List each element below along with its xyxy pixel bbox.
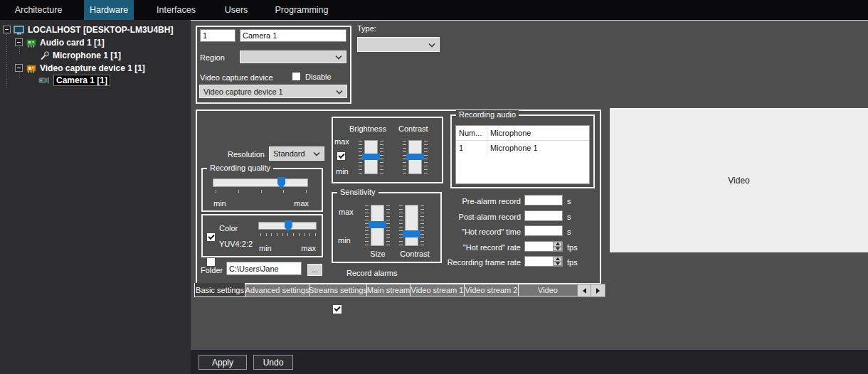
tab-scroll-right-button[interactable] bbox=[591, 284, 605, 297]
tab-basic-settings[interactable]: Basic settings bbox=[194, 283, 245, 297]
video-capture-device-select[interactable]: Video capture device 1 bbox=[199, 85, 347, 98]
recording-frame-rate-spinner bbox=[553, 257, 562, 266]
expander-audio-card[interactable] bbox=[15, 38, 23, 46]
region-label: Region bbox=[200, 53, 231, 63]
brightness-slider-track[interactable] bbox=[364, 140, 378, 174]
column-header-microphone[interactable]: Microphone bbox=[487, 126, 589, 140]
hot-record-rate-label: "Hot record" rate bbox=[441, 242, 521, 252]
microphone-icon bbox=[40, 51, 50, 60]
folder-label: Folder bbox=[201, 265, 225, 275]
top-tab-bar: Architecture Hardware Interfaces Users P… bbox=[0, 0, 868, 20]
resolution-value: Standard bbox=[273, 149, 305, 158]
folder-input[interactable] bbox=[226, 262, 302, 275]
browse-button[interactable]: ... bbox=[307, 264, 322, 276]
tick-marks bbox=[260, 233, 316, 236]
tab-video[interactable]: Video bbox=[518, 284, 578, 296]
resolution-label: Resolution bbox=[211, 149, 265, 159]
video-capture-device-value: Video capture device 1 bbox=[203, 87, 283, 96]
tab-scroll-left-button[interactable] bbox=[577, 284, 592, 297]
spin-down-button[interactable] bbox=[553, 247, 562, 252]
tab-main-stream[interactable]: Main stream bbox=[366, 284, 411, 296]
contrast-slider-track[interactable] bbox=[408, 140, 422, 174]
tab-advanced-settings[interactable]: Advanced settings bbox=[245, 284, 309, 296]
tab-video-stream-2[interactable]: Video stream 2 bbox=[464, 284, 519, 296]
contrast-slider-thumb[interactable] bbox=[406, 154, 424, 160]
apply-button[interactable]: Apply bbox=[199, 355, 247, 370]
recording-quality-slider-track[interactable] bbox=[213, 178, 308, 187]
arrow-right-icon bbox=[596, 288, 600, 294]
computer-icon bbox=[14, 26, 25, 35]
expander-video-device[interactable] bbox=[15, 64, 23, 72]
tree-connector bbox=[6, 34, 7, 88]
camera-name-input[interactable] bbox=[240, 29, 346, 42]
size-slider-track[interactable] bbox=[371, 205, 384, 246]
contrast-label: Contrast bbox=[398, 124, 434, 134]
type-label: Type: bbox=[357, 23, 400, 33]
tick-marks bbox=[420, 205, 424, 245]
recording-quality-min-label: min bbox=[213, 198, 235, 208]
type-select[interactable] bbox=[357, 37, 440, 52]
tree-item-audio-card[interactable]: Audio card 1 [1] bbox=[26, 37, 105, 48]
tick-marks bbox=[380, 141, 383, 173]
cell-num: 1 bbox=[456, 141, 487, 155]
post-alarm-record-input[interactable] bbox=[524, 210, 563, 221]
brightness-checkbox[interactable] bbox=[337, 151, 346, 161]
tab-interfaces[interactable]: Interfaces bbox=[146, 0, 206, 20]
tree-item-localhost[interactable]: LOCALHOST [DESKTOP-LM3U4BH] bbox=[14, 24, 173, 36]
tree-connector bbox=[19, 47, 20, 54]
tree-item-camera[interactable]: Camera 1 [1] bbox=[38, 75, 110, 86]
hot-record-time-input[interactable] bbox=[524, 225, 563, 236]
tab-programming[interactable]: Programming bbox=[267, 0, 337, 20]
video-device-icon bbox=[26, 64, 37, 73]
record-alarms-checkbox[interactable] bbox=[332, 304, 342, 314]
brightness-slider-thumb[interactable] bbox=[362, 154, 380, 160]
color-min-label: min bbox=[259, 243, 276, 252]
recording-audio-legend: Recording audio bbox=[456, 110, 519, 119]
expander-localhost[interactable] bbox=[3, 26, 11, 33]
tab-users[interactable]: Users bbox=[216, 0, 257, 20]
recording-audio-table: Num... Microphone 1 Microphone 1 bbox=[455, 125, 590, 184]
column-header-num[interactable]: Num... bbox=[456, 126, 487, 140]
record-alarms-label: Record alarms bbox=[346, 268, 411, 278]
pre-alarm-record-input[interactable] bbox=[524, 195, 563, 205]
tick-marks bbox=[399, 205, 403, 245]
tab-video-stream-1[interactable]: Video stream 1 bbox=[410, 284, 465, 296]
video-preview-panel: Video bbox=[610, 108, 868, 252]
tab-architecture[interactable]: Architecture bbox=[6, 0, 71, 20]
pre-alarm-record-label: Pre-alarm record bbox=[441, 196, 521, 205]
sensitivity-contrast-slider-track[interactable] bbox=[405, 205, 418, 246]
sensitivity-max-label: max bbox=[339, 207, 357, 216]
chevron-down-icon bbox=[335, 53, 342, 61]
size-slider-thumb[interactable] bbox=[369, 221, 386, 228]
color-max-label: max bbox=[296, 243, 316, 252]
brightness-max-label: max bbox=[334, 137, 353, 146]
sensitivity-legend: Sensitivity bbox=[337, 188, 379, 196]
sensitivity-contrast-slider-thumb[interactable] bbox=[403, 230, 420, 237]
camera-number-input[interactable] bbox=[200, 29, 235, 42]
chevron-down-icon bbox=[336, 87, 343, 96]
resolution-select[interactable]: Standard bbox=[269, 146, 324, 161]
tab-streams-settings[interactable]: Streams settings bbox=[309, 284, 367, 296]
spin-down-button[interactable] bbox=[553, 262, 562, 267]
table-header-row: Num... Microphone bbox=[456, 126, 589, 141]
sensitivity-min-label: min bbox=[338, 235, 355, 245]
color-checkbox[interactable] bbox=[206, 233, 216, 242]
tree-item-video-device[interactable]: Video capture device 1 [1] bbox=[26, 63, 145, 74]
table-row[interactable]: 1 Microphone 1 bbox=[456, 141, 589, 155]
tree-item-label: LOCALHOST [DESKTOP-LM3U4BH] bbox=[28, 25, 173, 35]
tree-item-microphone[interactable]: Microphone 1 [1] bbox=[40, 50, 121, 61]
device-tree: LOCALHOST [DESKTOP-LM3U4BH] Audio card 1… bbox=[0, 20, 191, 374]
post-alarm-record-unit: s bbox=[567, 212, 581, 221]
color-slider-track[interactable] bbox=[258, 222, 317, 230]
undo-button[interactable]: Undo bbox=[253, 355, 293, 370]
app-window: Architecture Hardware Interfaces Users P… bbox=[0, 0, 868, 374]
pre-alarm-record-unit: s bbox=[567, 196, 581, 205]
disable-checkbox[interactable] bbox=[292, 72, 301, 81]
region-select[interactable] bbox=[240, 50, 346, 63]
brightness-min-label: min bbox=[336, 166, 353, 176]
tree-item-label-selected: Camera 1 [1] bbox=[53, 75, 110, 86]
disable-label: Disable bbox=[305, 72, 341, 82]
tick-marks bbox=[216, 190, 307, 193]
yuv-label: YUV4:2:2 bbox=[219, 239, 262, 249]
tab-hardware[interactable]: Hardware bbox=[84, 0, 134, 20]
